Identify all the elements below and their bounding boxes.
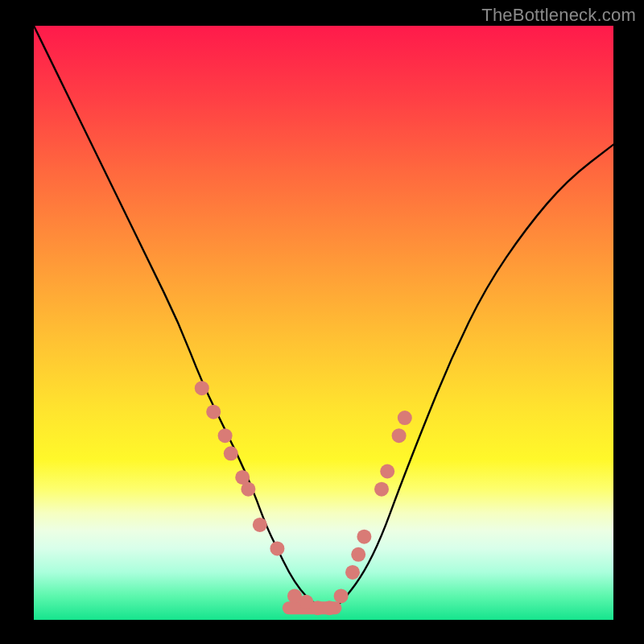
chart-container: TheBottleneck.com	[0, 0, 644, 644]
gradient-background	[34, 26, 613, 620]
watermark-text: TheBottleneck.com	[481, 5, 636, 26]
